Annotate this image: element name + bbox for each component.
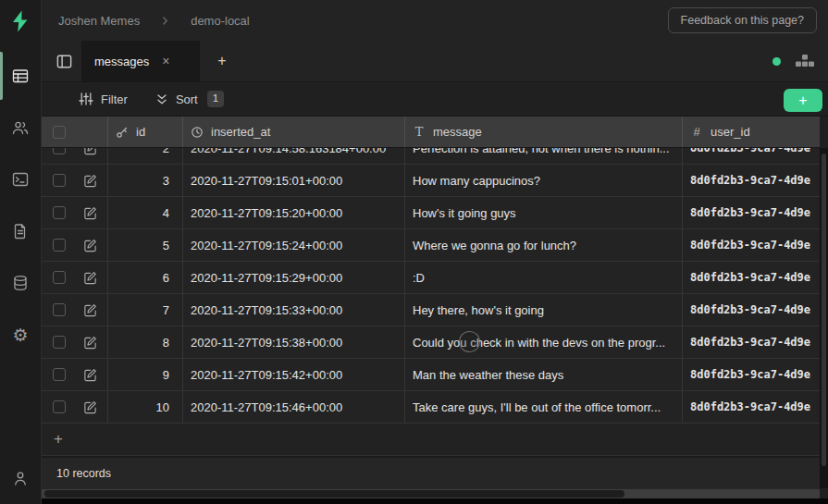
table-row[interactable]: 9 2020-11-27T09:15:42+00:00 Man the weat…	[42, 359, 820, 391]
sidebar-item-authentication[interactable]	[0, 107, 41, 148]
keyboard-shortcuts-icon[interactable]	[795, 54, 815, 68]
table-row-clipped[interactable]: 2 2020-11-27T09:14:58.163184+00:00 Perfe…	[42, 148, 820, 165]
filter-button[interactable]: Filter	[79, 92, 128, 106]
column-header-message[interactable]: T message	[404, 117, 682, 147]
edit-row-icon[interactable]	[83, 174, 97, 188]
table-row[interactable]: 5 2020-11-27T09:15:24+00:00 Where we gon…	[42, 229, 820, 262]
sort-button[interactable]: Sort 1	[155, 91, 224, 107]
column-header-id[interactable]: id	[107, 117, 182, 147]
cell-user-id[interactable]: 8d0fd2b3-9ca7-4d9e	[682, 359, 820, 390]
cell-id[interactable]: 7	[107, 294, 182, 326]
cell-user-id[interactable]: 8d0fd2b3-9ca7-4d9e	[682, 294, 820, 326]
cell-user-id[interactable]: 8d0fd2b3-9ca7-4d9e	[682, 262, 820, 293]
vertical-scrollbar-thumb[interactable]	[822, 154, 826, 466]
table-row[interactable]: 3 2020-11-27T09:15:01+00:00 How many cap…	[42, 165, 820, 197]
cell-id[interactable]: 5	[107, 229, 182, 261]
column-label: inserted_at	[211, 125, 270, 139]
table-row[interactable]: 6 2020-11-27T09:15:29+00:00 :D 8d0fd2b3-…	[42, 262, 820, 294]
cell-id[interactable]: 3	[107, 165, 182, 196]
cell-inserted-at[interactable]: 2020-11-27T09:15:20+00:00	[182, 197, 404, 228]
new-tab-button[interactable]: +	[212, 41, 232, 81]
cell-id[interactable]: 2	[107, 148, 182, 164]
column-label: message	[433, 125, 482, 139]
cell-inserted-at[interactable]: 2020-11-27T09:14:58.163184+00:00	[182, 148, 404, 164]
cell-inserted-at[interactable]: 2020-11-27T09:15:42+00:00	[182, 359, 404, 390]
breadcrumb-project[interactable]: demo-local	[191, 14, 250, 28]
horizontal-scrollbar-thumb[interactable]	[44, 490, 624, 498]
cell-message[interactable]: Perfection is attained, not when there i…	[404, 148, 682, 164]
cell-inserted-at[interactable]: 2020-11-27T09:15:33+00:00	[182, 294, 404, 326]
cell-inserted-at[interactable]: 2020-11-27T09:15:24+00:00	[182, 229, 404, 261]
plus-icon: +	[54, 430, 63, 449]
table-icon	[11, 67, 30, 85]
sidebar-item-docs[interactable]	[0, 211, 41, 252]
cell-user-id[interactable]: 8d0fd2b3-9ca7-4d9e	[682, 326, 820, 358]
cell-user-id[interactable]: 8d0fd2b3-9ca7-4d9e	[682, 197, 820, 228]
edit-row-icon[interactable]	[83, 303, 97, 317]
row-checkbox[interactable]	[53, 239, 66, 252]
add-row-button[interactable]: +	[42, 424, 820, 456]
filter-icon	[79, 92, 93, 106]
sidebar-item-settings[interactable]: ⚙	[0, 314, 41, 355]
sidebar-item-account[interactable]	[0, 458, 41, 498]
cell-id[interactable]: 10	[107, 391, 182, 423]
table-row[interactable]: 10 2020-11-27T09:15:46+00:00 Take care g…	[42, 391, 820, 424]
cell-message[interactable]: Could you check in with the devs on the …	[404, 326, 682, 358]
tab-messages[interactable]: messages ×	[81, 41, 200, 81]
row-checkbox[interactable]	[53, 336, 66, 349]
cell-user-id[interactable]: 8d0fd2b3-9ca7-4d9e	[682, 148, 820, 164]
cell-inserted-at[interactable]: 2020-11-27T09:15:38+00:00	[182, 326, 404, 358]
close-icon[interactable]: ×	[162, 54, 169, 68]
supabase-logo-icon[interactable]	[0, 6, 41, 36]
table-row[interactable]: 7 2020-11-27T09:15:33+00:00 Hey there, h…	[42, 294, 820, 326]
cell-message[interactable]: Hey there, how's it going	[404, 294, 682, 326]
cell-message[interactable]: How many cappucinos?	[404, 165, 682, 196]
cell-message[interactable]: How's it going guys	[404, 197, 682, 228]
sidebar-item-table-editor[interactable]	[0, 55, 41, 96]
row-checkbox[interactable]	[53, 400, 66, 413]
table-row[interactable]: 8 2020-11-27T09:15:38+00:00 Could you ch…	[42, 326, 820, 359]
edit-row-icon[interactable]	[83, 336, 97, 350]
row-checkbox[interactable]	[53, 303, 66, 316]
cell-id[interactable]: 4	[107, 197, 182, 228]
cell-message[interactable]: Take care guys, I'll be out of the offic…	[404, 391, 682, 423]
cell-inserted-at[interactable]: 2020-11-27T09:15:01+00:00	[182, 165, 404, 196]
edit-row-icon[interactable]	[83, 206, 97, 220]
sidebar-item-database[interactable]	[0, 263, 41, 303]
cell-message[interactable]: Where we gonna go for lunch?	[404, 229, 682, 261]
cell-user-id[interactable]: 8d0fd2b3-9ca7-4d9e	[682, 229, 820, 261]
cell-user-id[interactable]: 8d0fd2b3-9ca7-4d9e	[682, 391, 820, 423]
row-checkbox[interactable]	[53, 148, 66, 154]
column-header-inserted-at[interactable]: inserted_at	[182, 117, 404, 147]
row-checkbox[interactable]	[53, 174, 66, 187]
edit-row-icon[interactable]	[83, 271, 97, 285]
row-checkbox[interactable]	[53, 368, 66, 381]
cell-message[interactable]: Man the weather these days	[404, 359, 682, 390]
row-checkbox[interactable]	[53, 271, 66, 284]
select-all-checkbox[interactable]	[53, 126, 66, 139]
cell-inserted-at[interactable]: 2020-11-27T09:15:46+00:00	[182, 391, 404, 423]
tab-label: messages	[94, 55, 149, 68]
breadcrumb-org[interactable]: Joshen Memes	[58, 14, 140, 28]
cell-id[interactable]: 9	[107, 359, 182, 390]
panel-left-icon[interactable]	[54, 51, 74, 71]
edit-row-icon[interactable]	[83, 239, 97, 252]
table-row[interactable]: 4 2020-11-27T09:15:20+00:00 How's it goi…	[42, 197, 820, 229]
edit-row-icon[interactable]	[83, 148, 97, 155]
edit-row-icon[interactable]	[83, 368, 97, 382]
cell-id[interactable]: 8	[107, 326, 182, 358]
row-checkbox[interactable]	[53, 206, 66, 219]
horizontal-scrollbar[interactable]	[42, 489, 820, 498]
cell-user-id[interactable]: 8d0fd2b3-9ca7-4d9e	[682, 165, 820, 196]
edit-row-icon[interactable]	[83, 400, 97, 414]
cell-inserted-at[interactable]: 2020-11-27T09:15:29+00:00	[182, 262, 404, 293]
cell-id[interactable]: 6	[107, 262, 182, 293]
sidebar-item-sql-editor[interactable]	[0, 159, 41, 200]
insert-row-button[interactable]: +	[784, 89, 822, 112]
database-icon	[11, 274, 30, 292]
cell-message[interactable]: :D	[404, 262, 682, 293]
vertical-scrollbar[interactable]	[820, 148, 828, 488]
feedback-button[interactable]: Feedback on this page?	[668, 7, 817, 33]
column-header-user-id[interactable]: # user_id	[682, 117, 820, 147]
gear-icon: ⚙	[12, 326, 28, 344]
